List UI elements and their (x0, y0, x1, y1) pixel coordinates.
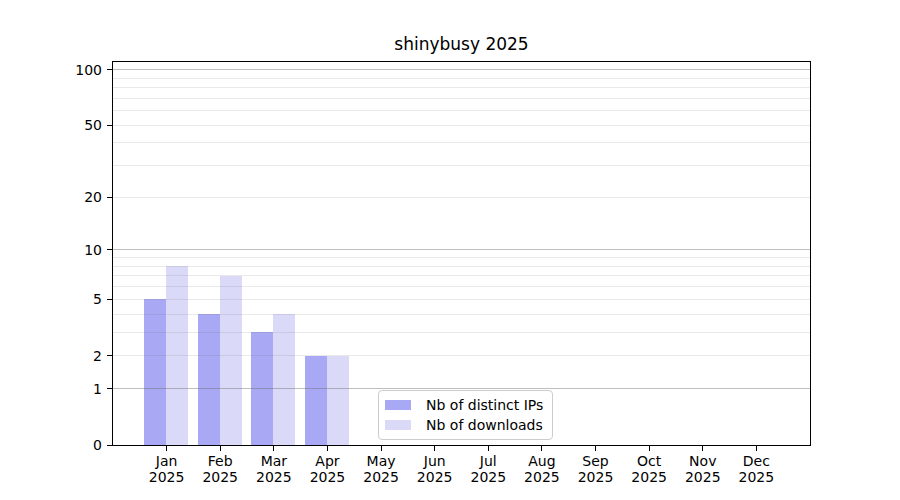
legend-item-distinct-ips: Nb of distinct IPs (385, 395, 543, 415)
x-tick-apr (327, 446, 328, 451)
x-tick-aug (541, 446, 542, 451)
x-tick-jan (166, 446, 167, 451)
minor-gridline-60 (113, 110, 810, 111)
x-tick-feb (220, 446, 221, 451)
major-gridline-10 (113, 249, 810, 250)
minor-gridline-3 (113, 332, 810, 333)
x-tick-oct (649, 446, 650, 451)
legend-swatch-distinct-ips (385, 400, 411, 410)
y-tick-2 (107, 355, 112, 356)
y-tick-100 (107, 69, 112, 70)
major-gridline-1 (113, 388, 810, 389)
legend-item-downloads: Nb of downloads (385, 415, 543, 435)
minor-gridline-80 (113, 87, 810, 88)
y-tick-label-100: 100 (40, 62, 102, 78)
minor-gridline-2 (113, 355, 810, 356)
legend-swatch-downloads (385, 420, 411, 430)
gridlines-layer (113, 62, 810, 445)
x-tick-jul (488, 446, 489, 451)
figure: shinybusy 2025 0125102050100Jan2025Feb20… (0, 0, 900, 500)
legend-label-downloads: Nb of downloads (426, 417, 543, 433)
minor-gridline-7 (113, 275, 810, 276)
minor-gridline-40 (113, 142, 810, 143)
y-tick-20 (107, 197, 112, 198)
x-tick-year: 2025 (716, 469, 796, 485)
x-tick-label-dec: Dec2025 (716, 453, 796, 485)
minor-gridline-70 (113, 98, 810, 99)
y-tick-label-0: 0 (40, 437, 102, 453)
minor-gridline-4 (113, 314, 810, 315)
minor-gridline-9 (113, 257, 810, 258)
y-tick-label-2: 2 (40, 348, 102, 364)
minor-gridline-30 (113, 165, 810, 166)
x-tick-month: Dec (716, 453, 796, 469)
minor-gridline-6 (113, 286, 810, 287)
x-tick-may (381, 446, 382, 451)
y-tick-label-50: 50 (40, 117, 102, 133)
minor-gridline-8 (113, 266, 810, 267)
y-tick-label-10: 10 (40, 242, 102, 258)
major-gridline-100 (113, 69, 810, 70)
y-tick-label-1: 1 (40, 381, 102, 397)
y-tick-label-20: 20 (40, 189, 102, 205)
minor-gridline-20 (113, 197, 810, 198)
y-tick-5 (107, 299, 112, 300)
legend: Nb of distinct IPs Nb of downloads (378, 390, 553, 440)
chart-title: shinybusy 2025 (112, 34, 811, 54)
x-tick-dec (756, 446, 757, 451)
y-tick-1 (107, 388, 112, 389)
y-tick-0 (107, 445, 112, 446)
minor-gridline-90 (113, 78, 810, 79)
x-tick-jun (434, 446, 435, 451)
y-tick-label-5: 5 (40, 291, 102, 307)
x-tick-mar (273, 446, 274, 451)
y-tick-10 (107, 249, 112, 250)
legend-label-distinct-ips: Nb of distinct IPs (426, 397, 543, 413)
x-tick-nov (702, 446, 703, 451)
plot-area (112, 61, 811, 446)
minor-gridline-5 (113, 299, 810, 300)
y-tick-50 (107, 125, 112, 126)
minor-gridline-50 (113, 125, 810, 126)
x-tick-sep (595, 446, 596, 451)
